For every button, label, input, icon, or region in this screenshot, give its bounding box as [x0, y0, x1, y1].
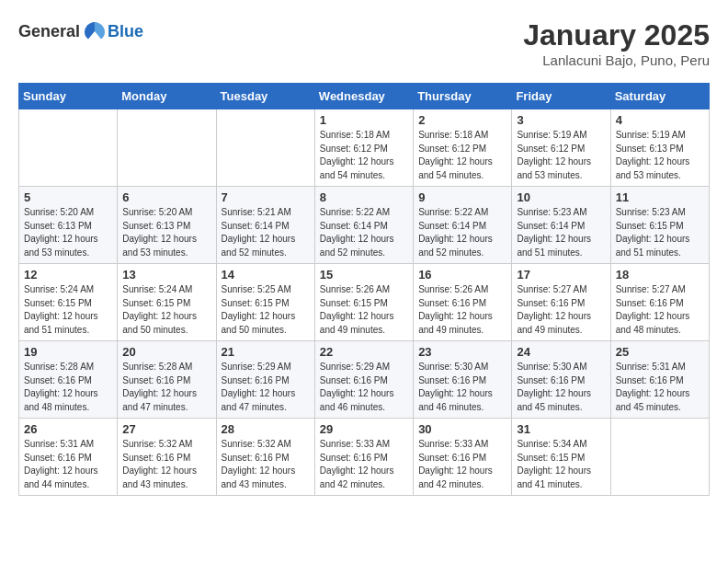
weekday-header-saturday: Saturday [610, 84, 709, 109]
calendar-cell: 9Sunrise: 5:22 AM Sunset: 6:14 PM Daylig… [414, 187, 512, 264]
day-info: Sunrise: 5:30 AM Sunset: 6:16 PM Dayligh… [418, 361, 506, 414]
day-number: 13 [122, 268, 210, 282]
calendar-cell: 31Sunrise: 5:34 AM Sunset: 6:15 PM Dayli… [512, 419, 610, 496]
day-number: 19 [24, 345, 112, 359]
day-number: 21 [222, 345, 310, 359]
day-info: Sunrise: 5:28 AM Sunset: 6:16 PM Dayligh… [122, 361, 210, 414]
day-info: Sunrise: 5:18 AM Sunset: 6:12 PM Dayligh… [320, 129, 408, 182]
calendar-cell: 22Sunrise: 5:29 AM Sunset: 6:16 PM Dayli… [314, 341, 413, 419]
logo-icon [82, 18, 108, 44]
calendar-cell: 27Sunrise: 5:32 AM Sunset: 6:16 PM Dayli… [118, 419, 216, 496]
calendar-cell: 3Sunrise: 5:19 AM Sunset: 6:12 PM Daylig… [512, 109, 610, 187]
day-number: 7 [222, 190, 310, 204]
calendar-cell: 6Sunrise: 5:20 AM Sunset: 6:13 PM Daylig… [118, 187, 216, 264]
week-row-5: 26Sunrise: 5:31 AM Sunset: 6:16 PM Dayli… [19, 419, 710, 496]
calendar-cell: 8Sunrise: 5:22 AM Sunset: 6:14 PM Daylig… [314, 187, 413, 264]
day-info: Sunrise: 5:32 AM Sunset: 6:16 PM Dayligh… [122, 438, 210, 491]
day-number: 16 [418, 268, 506, 282]
day-number: 11 [616, 190, 704, 204]
day-info: Sunrise: 5:27 AM Sunset: 6:16 PM Dayligh… [517, 283, 605, 337]
day-number: 31 [517, 422, 605, 436]
day-number: 3 [517, 113, 605, 127]
week-row-4: 19Sunrise: 5:28 AM Sunset: 6:16 PM Dayli… [19, 341, 710, 419]
day-number: 17 [517, 268, 605, 282]
day-info: Sunrise: 5:31 AM Sunset: 6:16 PM Dayligh… [24, 438, 112, 491]
day-info: Sunrise: 5:29 AM Sunset: 6:16 PM Dayligh… [320, 361, 408, 414]
day-info: Sunrise: 5:32 AM Sunset: 6:16 PM Dayligh… [222, 438, 310, 491]
page-header: General Blue January 2025 Lanlacuni Bajo… [18, 18, 710, 68]
day-info: Sunrise: 5:30 AM Sunset: 6:16 PM Dayligh… [517, 361, 605, 414]
day-number: 22 [320, 345, 408, 359]
day-info: Sunrise: 5:19 AM Sunset: 6:13 PM Dayligh… [616, 129, 704, 182]
day-number: 29 [320, 422, 408, 436]
logo: General Blue [18, 18, 143, 44]
day-number: 9 [418, 190, 506, 204]
day-info: Sunrise: 5:20 AM Sunset: 6:13 PM Dayligh… [122, 206, 210, 259]
day-info: Sunrise: 5:28 AM Sunset: 6:16 PM Dayligh… [24, 361, 112, 414]
day-info: Sunrise: 5:18 AM Sunset: 6:12 PM Dayligh… [418, 129, 506, 182]
day-number: 4 [616, 113, 704, 127]
week-row-2: 5Sunrise: 5:20 AM Sunset: 6:13 PM Daylig… [19, 187, 710, 264]
day-info: Sunrise: 5:34 AM Sunset: 6:15 PM Dayligh… [517, 438, 605, 491]
calendar-cell: 19Sunrise: 5:28 AM Sunset: 6:16 PM Dayli… [19, 341, 118, 419]
day-info: Sunrise: 5:29 AM Sunset: 6:16 PM Dayligh… [222, 361, 310, 414]
calendar-cell: 17Sunrise: 5:27 AM Sunset: 6:16 PM Dayli… [512, 264, 610, 341]
weekday-header-sunday: Sunday [19, 84, 118, 109]
location-title: Lanlacuni Bajo, Puno, Peru [523, 52, 710, 68]
calendar-cell [118, 109, 216, 187]
calendar-cell [610, 419, 709, 496]
weekday-header-thursday: Thursday [414, 84, 512, 109]
calendar-cell: 5Sunrise: 5:20 AM Sunset: 6:13 PM Daylig… [19, 187, 118, 264]
logo-blue-text: Blue [108, 22, 143, 41]
calendar-cell: 28Sunrise: 5:32 AM Sunset: 6:16 PM Dayli… [216, 419, 314, 496]
calendar-cell [216, 109, 314, 187]
week-row-3: 12Sunrise: 5:24 AM Sunset: 6:15 PM Dayli… [19, 264, 710, 341]
day-info: Sunrise: 5:24 AM Sunset: 6:15 PM Dayligh… [24, 283, 112, 337]
day-number: 27 [122, 422, 210, 436]
calendar-cell: 23Sunrise: 5:30 AM Sunset: 6:16 PM Dayli… [414, 341, 512, 419]
title-block: January 2025 Lanlacuni Bajo, Puno, Peru [523, 18, 710, 68]
calendar-cell: 15Sunrise: 5:26 AM Sunset: 6:15 PM Dayli… [314, 264, 413, 341]
weekday-header-row: SundayMondayTuesdayWednesdayThursdayFrid… [19, 84, 710, 109]
calendar-cell: 30Sunrise: 5:33 AM Sunset: 6:16 PM Dayli… [414, 419, 512, 496]
calendar-cell: 14Sunrise: 5:25 AM Sunset: 6:15 PM Dayli… [216, 264, 314, 341]
day-info: Sunrise: 5:27 AM Sunset: 6:16 PM Dayligh… [616, 283, 704, 337]
day-info: Sunrise: 5:25 AM Sunset: 6:15 PM Dayligh… [222, 283, 310, 337]
calendar-cell: 7Sunrise: 5:21 AM Sunset: 6:14 PM Daylig… [216, 187, 314, 264]
calendar-cell: 2Sunrise: 5:18 AM Sunset: 6:12 PM Daylig… [414, 109, 512, 187]
calendar-cell: 20Sunrise: 5:28 AM Sunset: 6:16 PM Dayli… [118, 341, 216, 419]
weekday-header-tuesday: Tuesday [216, 84, 314, 109]
calendar-table: SundayMondayTuesdayWednesdayThursdayFrid… [18, 83, 710, 496]
calendar-cell: 12Sunrise: 5:24 AM Sunset: 6:15 PM Dayli… [19, 264, 118, 341]
day-number: 15 [320, 268, 408, 282]
calendar-cell: 25Sunrise: 5:31 AM Sunset: 6:16 PM Dayli… [610, 341, 709, 419]
weekday-header-wednesday: Wednesday [314, 84, 413, 109]
calendar-cell: 24Sunrise: 5:30 AM Sunset: 6:16 PM Dayli… [512, 341, 610, 419]
month-title: January 2025 [523, 18, 710, 52]
day-number: 25 [616, 345, 704, 359]
day-info: Sunrise: 5:23 AM Sunset: 6:14 PM Dayligh… [517, 206, 605, 259]
calendar-cell: 16Sunrise: 5:26 AM Sunset: 6:16 PM Dayli… [414, 264, 512, 341]
day-number: 24 [517, 345, 605, 359]
day-info: Sunrise: 5:21 AM Sunset: 6:14 PM Dayligh… [222, 206, 310, 259]
week-row-1: 1Sunrise: 5:18 AM Sunset: 6:12 PM Daylig… [19, 109, 710, 187]
calendar-cell: 10Sunrise: 5:23 AM Sunset: 6:14 PM Dayli… [512, 187, 610, 264]
calendar-cell [19, 109, 118, 187]
calendar-cell: 13Sunrise: 5:24 AM Sunset: 6:15 PM Dayli… [118, 264, 216, 341]
day-info: Sunrise: 5:33 AM Sunset: 6:16 PM Dayligh… [320, 438, 408, 491]
day-number: 10 [517, 190, 605, 204]
day-number: 26 [24, 422, 112, 436]
day-info: Sunrise: 5:24 AM Sunset: 6:15 PM Dayligh… [122, 283, 210, 337]
weekday-header-friday: Friday [512, 84, 610, 109]
day-info: Sunrise: 5:19 AM Sunset: 6:12 PM Dayligh… [517, 129, 605, 182]
day-number: 23 [418, 345, 506, 359]
day-info: Sunrise: 5:23 AM Sunset: 6:15 PM Dayligh… [616, 206, 704, 259]
day-number: 14 [222, 268, 310, 282]
calendar-cell: 26Sunrise: 5:31 AM Sunset: 6:16 PM Dayli… [19, 419, 118, 496]
day-number: 6 [122, 190, 210, 204]
weekday-header-monday: Monday [118, 84, 216, 109]
day-info: Sunrise: 5:31 AM Sunset: 6:16 PM Dayligh… [616, 361, 704, 414]
day-number: 1 [320, 113, 408, 127]
day-info: Sunrise: 5:26 AM Sunset: 6:15 PM Dayligh… [320, 283, 408, 337]
day-number: 8 [320, 190, 408, 204]
